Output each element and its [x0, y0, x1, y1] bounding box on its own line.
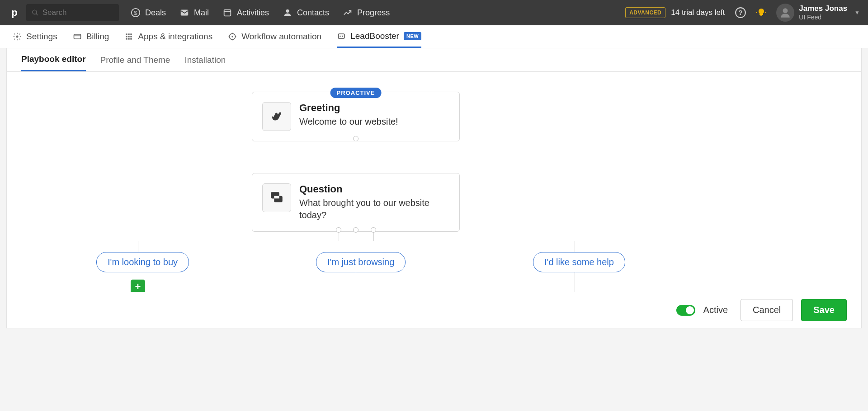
connector-line	[373, 241, 575, 241]
svg-point-7	[286, 9, 289, 13]
svg-rect-23	[126, 38, 127, 39]
proactive-badge: PROACTIVE	[330, 88, 382, 98]
svg-rect-19	[131, 33, 132, 35]
node-title: Greeting	[299, 102, 398, 114]
svg-rect-5	[224, 10, 231, 16]
subnav-label: Settings	[26, 32, 57, 42]
chatbot-icon	[337, 32, 346, 41]
connector-line	[373, 233, 374, 241]
subnav-label: Workflow automation	[241, 32, 321, 42]
cancel-button[interactable]: Cancel	[741, 299, 793, 321]
node-title: Question	[299, 183, 449, 195]
leadbooster-tabs: Playbook editor Profile and Theme Instal…	[7, 48, 861, 72]
card-icon	[73, 32, 82, 41]
svg-text:$: $	[134, 9, 137, 16]
playbook-canvas[interactable]: PROACTIVE Greeting Welcome to our websit…	[7, 72, 861, 328]
svg-text:?: ?	[739, 9, 743, 16]
trial-days: 14 trial days left	[671, 8, 725, 17]
node-question[interactable]: Question What brought you to our website…	[252, 173, 460, 232]
dollar-icon: $	[131, 8, 141, 18]
settings-subnav: Settings Billing Apps & integrations Wor…	[0, 25, 868, 48]
plan-badge: ADVANCED	[625, 7, 665, 18]
tab-playbook-editor[interactable]: Playbook editor	[21, 48, 86, 71]
svg-rect-18	[128, 33, 130, 35]
tab-profile-theme[interactable]: Profile and Theme	[100, 48, 170, 71]
svg-point-13	[783, 8, 788, 13]
connector-line	[138, 241, 339, 241]
chat-icon	[262, 183, 291, 212]
user-name: James Jonas	[799, 4, 847, 13]
svg-point-0	[33, 10, 37, 14]
nav-deals[interactable]: $ Deals	[131, 8, 166, 18]
svg-point-29	[340, 35, 341, 37]
subnav-label: Apps & integrations	[138, 32, 212, 42]
automation-icon	[228, 32, 237, 41]
subnav-leadbooster[interactable]: LeadBooster NEW	[337, 25, 421, 48]
wave-icon	[262, 102, 291, 131]
avatar[interactable]	[776, 4, 794, 22]
active-label: Active	[703, 305, 728, 315]
nav-label: Progress	[357, 8, 390, 18]
answer-option-help[interactable]: I'd like some help	[533, 252, 625, 272]
save-button[interactable]: Save	[801, 299, 847, 321]
connector-line	[339, 233, 339, 241]
nav-activities[interactable]: Activities	[222, 8, 269, 18]
user-org: UI Feed	[799, 14, 847, 21]
search-box[interactable]	[26, 4, 119, 21]
svg-rect-21	[128, 36, 130, 37]
connector-port[interactable]	[336, 227, 341, 233]
svg-rect-25	[131, 38, 132, 39]
calendar-icon	[222, 8, 232, 18]
search-icon	[32, 9, 39, 17]
topbar: p $ Deals Mail Activities Contacts Progr…	[0, 0, 868, 25]
editor-footer: Active Cancel Save	[7, 292, 861, 328]
node-text: Welcome to our website!	[299, 116, 398, 128]
svg-rect-17	[126, 33, 127, 35]
connector-line	[356, 140, 356, 173]
mail-icon	[179, 8, 189, 18]
leadbooster-panel: Playbook editor Profile and Theme Instal…	[6, 48, 862, 328]
lightbulb-icon[interactable]	[755, 7, 767, 19]
new-badge: NEW	[404, 32, 421, 40]
chevron-down-icon[interactable]: ▼	[854, 9, 860, 16]
grid-icon	[124, 32, 133, 41]
app-logo[interactable]: p	[8, 6, 21, 19]
nav-label: Activities	[237, 8, 269, 18]
subnav-label: Billing	[86, 32, 109, 42]
answer-option-buy[interactable]: I'm looking to buy	[96, 252, 189, 272]
nav-label: Contacts	[297, 8, 329, 18]
nav-progress[interactable]: Progress	[343, 8, 390, 18]
help-icon[interactable]: ?	[735, 7, 746, 19]
subnav-label: LeadBooster	[350, 31, 399, 41]
nav-label: Mail	[194, 8, 209, 18]
subnav-apps[interactable]: Apps & integrations	[124, 25, 212, 48]
nav-contacts[interactable]: Contacts	[283, 8, 329, 18]
subnav-billing[interactable]: Billing	[73, 25, 109, 48]
search-input[interactable]	[42, 8, 113, 17]
svg-rect-24	[128, 38, 130, 39]
trend-icon	[343, 8, 353, 18]
subnav-workflow[interactable]: Workflow automation	[228, 25, 321, 48]
connector-line	[138, 241, 138, 252]
svg-point-14	[16, 36, 19, 38]
connector-port[interactable]	[371, 227, 376, 233]
svg-rect-15	[74, 34, 80, 39]
svg-rect-20	[126, 36, 127, 37]
connector-port[interactable]	[353, 227, 359, 233]
primary-nav: $ Deals Mail Activities Contacts Progres…	[131, 8, 390, 18]
svg-rect-22	[131, 36, 132, 37]
svg-rect-28	[339, 34, 344, 38]
svg-line-1	[36, 14, 38, 15]
person-icon	[283, 8, 292, 18]
tab-installation[interactable]: Installation	[184, 48, 226, 71]
node-greeting[interactable]: PROACTIVE Greeting Welcome to our websit…	[252, 92, 460, 141]
svg-point-30	[342, 35, 343, 37]
subnav-settings[interactable]: Settings	[13, 25, 57, 48]
nav-mail[interactable]: Mail	[179, 8, 209, 18]
user-menu[interactable]: James Jonas UI Feed	[799, 4, 847, 21]
svg-point-27	[231, 36, 233, 37]
svg-rect-10	[760, 15, 762, 16]
gear-icon	[13, 32, 22, 41]
answer-option-browsing[interactable]: I'm just browsing	[316, 252, 406, 272]
active-toggle[interactable]	[676, 305, 695, 316]
